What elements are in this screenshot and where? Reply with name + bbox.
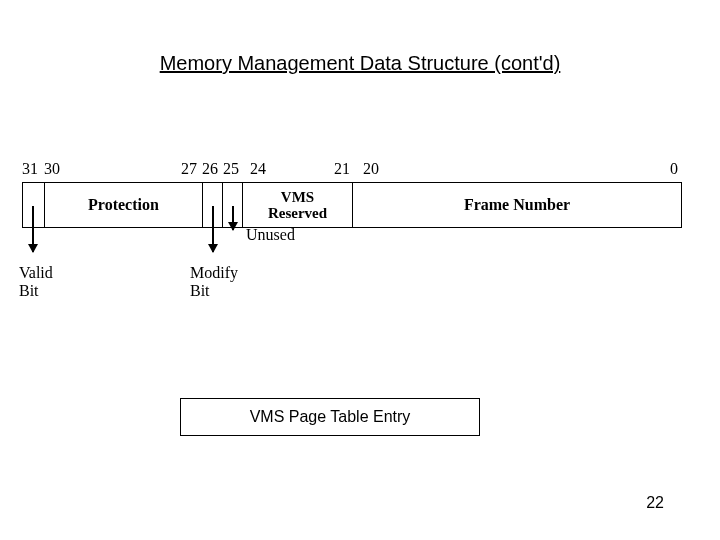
label-unused: Unused bbox=[246, 226, 295, 244]
bit-label-30: 30 bbox=[44, 160, 60, 178]
arrow-unused bbox=[232, 206, 234, 230]
arrow-modify-bit bbox=[212, 206, 214, 252]
diagram-caption: VMS Page Table Entry bbox=[180, 398, 480, 436]
bit-label-21: 21 bbox=[334, 160, 350, 178]
field-protection: Protection bbox=[45, 183, 203, 227]
vms-reserved-line1: VMS bbox=[281, 189, 314, 206]
pte-diagram: 31 30 27 26 25 24 21 20 0 Protection VMS… bbox=[22, 160, 682, 228]
vms-reserved-line2: Reserved bbox=[268, 205, 327, 222]
bit-label-26: 26 bbox=[202, 160, 218, 178]
field-valid-bit bbox=[23, 183, 45, 227]
valid-l2: Bit bbox=[19, 282, 39, 299]
bit-label-20: 20 bbox=[363, 160, 379, 178]
field-frame-number: Frame Number bbox=[353, 183, 681, 227]
bit-label-25: 25 bbox=[223, 160, 239, 178]
bit-label-24: 24 bbox=[250, 160, 266, 178]
bit-label-27: 27 bbox=[181, 160, 197, 178]
arrow-valid-bit bbox=[32, 206, 34, 252]
valid-l1: Valid bbox=[19, 264, 53, 281]
label-modify-bit: Modify Bit bbox=[190, 264, 238, 301]
bit-label-0: 0 bbox=[670, 160, 678, 178]
page-title: Memory Management Data Structure (cont'd… bbox=[0, 52, 720, 75]
field-vms-reserved: VMS Reserved bbox=[243, 183, 353, 227]
modify-l2: Bit bbox=[190, 282, 210, 299]
page-number: 22 bbox=[646, 494, 664, 512]
label-valid-bit: Valid Bit bbox=[19, 264, 53, 301]
bit-index-row: 31 30 27 26 25 24 21 20 0 bbox=[22, 160, 682, 182]
pte-fields: Protection VMS Reserved Frame Number bbox=[22, 182, 682, 228]
modify-l1: Modify bbox=[190, 264, 238, 281]
bit-label-31: 31 bbox=[22, 160, 38, 178]
